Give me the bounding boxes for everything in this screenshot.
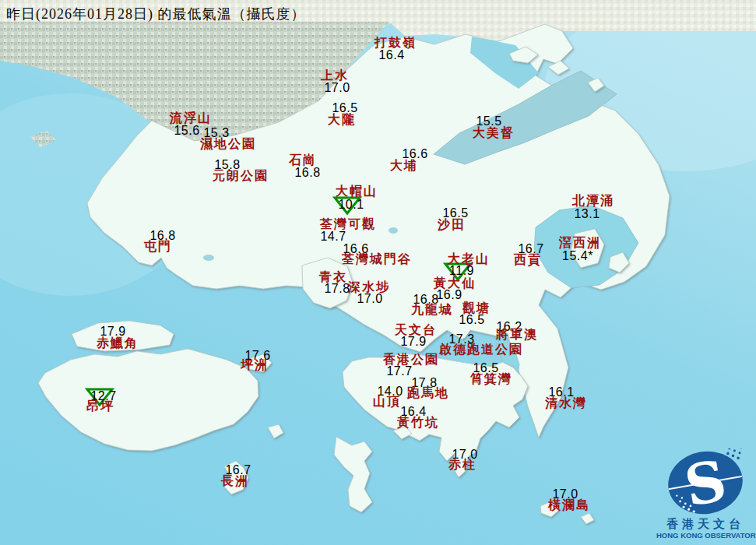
station-name: 赤鱲角: [97, 336, 139, 352]
station-value: 13.1: [574, 207, 600, 221]
station-name: 黃大仙: [434, 276, 476, 292]
station-name: 流浮山: [170, 111, 212, 127]
station-name: 北潭涌: [572, 193, 614, 209]
station-name: 天文台: [395, 322, 437, 339]
station-name: 筲箕灣: [470, 371, 512, 388]
station-name: 大埔: [390, 158, 418, 174]
station-name: 元朗公園: [213, 168, 269, 185]
station-name: 觀塘: [462, 301, 491, 317]
station-name: 昂坪: [86, 399, 114, 415]
station-name: 清水灣: [545, 396, 587, 412]
station-name: 荃灣可觀: [320, 216, 376, 233]
station-name: 九龍城: [411, 302, 453, 318]
logo-name-english: HONG KONG OBSERVATORY: [656, 531, 754, 540]
station-name: 大帽山: [336, 184, 378, 200]
station-name: 山頂: [373, 394, 401, 410]
station-name: 青衣: [319, 269, 347, 286]
station-name: 石崗: [289, 153, 317, 169]
station-name: 啟德跑道公園: [439, 342, 523, 358]
station-name: 跑馬地: [407, 385, 449, 402]
station-value: 10.1: [338, 198, 364, 212]
station-labels-layer: 16.4打鼓嶺17.0上水16.5大隴15.6流浮山15.3濕地公園15.5大美…: [0, 0, 756, 545]
station-name: 黃竹坑: [397, 415, 439, 431]
station-name: 坪洲: [241, 357, 269, 374]
station-name: 上水: [321, 68, 349, 84]
station-name: 橫瀾島: [548, 498, 590, 514]
logo-name-chinese: 香港天文台: [658, 517, 753, 532]
station-name: 赤柱: [448, 457, 476, 473]
station-name: 沙田: [438, 217, 466, 234]
station-value: 15.4*: [562, 249, 593, 263]
station-name: 深水埗: [348, 280, 390, 296]
station-name: 大美督: [473, 125, 515, 142]
station-name: 香港公園: [383, 352, 439, 368]
station-name: 大老山: [448, 251, 490, 268]
station-name: 將軍澳: [496, 327, 538, 343]
hko-logo-emblem: S: [663, 448, 748, 517]
station-name: 荃灣城門谷: [342, 251, 412, 268]
station-name: 西貢: [514, 252, 542, 269]
weather-map-screen: 昨日(2026年01月28日) 的最低氣溫（攝氏度） 16.4打鼓嶺17.0上水…: [0, 0, 756, 545]
station-name: 大隴: [328, 112, 356, 128]
station-name: 長洲: [221, 473, 249, 490]
hko-logo: S 香港天文台 HONG KONG OBSERVATORY: [658, 448, 753, 545]
station-name: 屯門: [144, 239, 172, 255]
station-name: 滘西洲: [559, 235, 601, 251]
station-name: 打鼓嶺: [374, 35, 417, 51]
station-name: 濕地公園: [200, 136, 256, 153]
